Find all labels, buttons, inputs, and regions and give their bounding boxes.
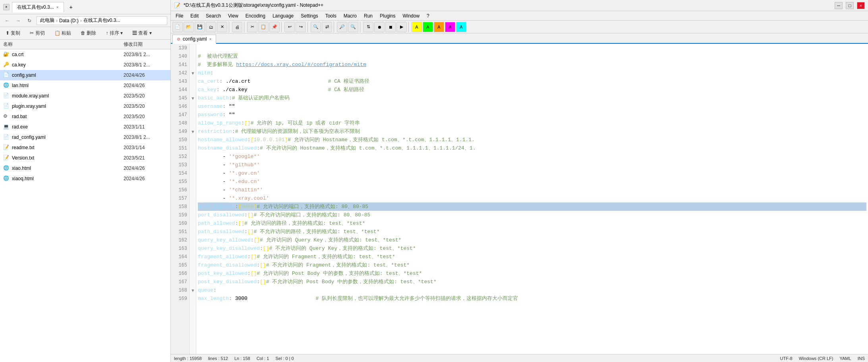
cut-btn[interactable]: ✂ 剪切: [27, 29, 47, 37]
nav-back-btn[interactable]: ←: [3, 17, 11, 25]
code-line[interactable]: query_key_disallowed: [] # 不允许访问的 Query …: [198, 244, 866, 253]
tb-replace[interactable]: ⇄: [322, 22, 332, 32]
code-line[interactable]: post_key_allowed: [] # 允许访问的 Post Body 中…: [198, 269, 866, 278]
tb-undo[interactable]: ↩: [284, 22, 295, 32]
browser-close-btn[interactable]: ×: [3, 4, 10, 10]
tb-zoomin[interactable]: 🔎: [337, 22, 347, 32]
file-item[interactable]: 📄 module.xray.yaml 2023/5/20: [0, 91, 170, 101]
code-line[interactable]: hostname_allowed: [10.0.0.101] # 允许访问的 H…: [198, 136, 866, 144]
file-item[interactable]: 🔐 ca.crt 2023/8/1 2...: [0, 49, 170, 60]
code-line[interactable]: password: "": [198, 111, 866, 119]
menu-file[interactable]: File: [172, 12, 186, 19]
copy-btn[interactable]: ⬆ 复制: [3, 29, 23, 37]
file-item[interactable]: 🌐 xiaoq.html 2024/4/26: [0, 173, 170, 184]
tb-macro-rec[interactable]: ⏺: [374, 22, 385, 32]
code-line[interactable]: username: "": [198, 102, 866, 111]
menu-view[interactable]: View: [225, 12, 242, 19]
code-line[interactable]: queue:: [198, 286, 866, 294]
code-line[interactable]: - '*google*': [198, 152, 866, 161]
code-line[interactable]: mitm:: [198, 69, 866, 77]
code-line[interactable]: hostname_disallowed: # 不允许访问的 Hostname，支…: [198, 144, 866, 152]
tb-color4[interactable]: A: [445, 22, 455, 32]
code-line[interactable]: allow_ip_range: [] # 允许的 ip, 可以是 ip 或者 c…: [198, 119, 866, 127]
tb-color2[interactable]: A: [423, 22, 433, 32]
menu-settings[interactable]: Settings: [298, 12, 321, 19]
tb-color3[interactable]: A: [434, 22, 444, 32]
menu-plugins[interactable]: Plugins: [377, 12, 398, 19]
fold-marker[interactable]: ▼: [190, 94, 196, 102]
file-item[interactable]: 🌐 xiao.html 2024/4/26: [0, 163, 170, 173]
file-item[interactable]: 📝 readme.txt 2023/1/14: [0, 142, 170, 153]
code-line[interactable]: # 被动代理配置: [198, 52, 866, 60]
code-line[interactable]: port_allowed: [8080] # 允许访问的端口，支持的格式如: 8…: [198, 202, 866, 211]
tab-config-yaml[interactable]: ⚙ config.yaml ×: [172, 35, 216, 44]
browser-tab-close-btn[interactable]: ×: [56, 5, 59, 10]
file-item[interactable]: 📝 Version.txt 2023/5/21: [0, 153, 170, 163]
tb-open[interactable]: 📂: [184, 22, 194, 32]
tb-cut[interactable]: ✂: [247, 22, 257, 32]
fold-marker[interactable]: ▼: [190, 286, 196, 294]
tb-saveall[interactable]: 🗂: [206, 22, 216, 32]
col-name-header[interactable]: 名称: [3, 41, 124, 48]
code-line[interactable]: fragment_disallowed: [] # 不允许访问的 Fragmen…: [198, 261, 866, 269]
file-item[interactable]: 📄 rad_config.yaml 2023/8/1 2...: [0, 132, 170, 142]
tb-color5[interactable]: A: [456, 22, 466, 32]
npp-minimize-btn[interactable]: ─: [835, 2, 843, 9]
address-path[interactable]: 此电脑 › Data (D:) › 在线工具包v0.3...: [37, 16, 167, 25]
code-line[interactable]: - '*.edu.cn': [198, 177, 866, 186]
code-line[interactable]: - '*chaitin*': [198, 186, 866, 194]
file-item[interactable]: ⚙ rad.bat 2023/5/20: [0, 111, 170, 122]
code-line[interactable]: path_allowed: [] # 允许访问的路径，支持的格式如: test、…: [198, 219, 866, 228]
tab-close-btn[interactable]: ×: [209, 37, 212, 41]
nav-forward-btn[interactable]: →: [14, 17, 22, 25]
sort-btn[interactable]: ↑ 排序 ▾: [103, 29, 125, 37]
code-line[interactable]: post_key_disallowed: [] # 不允许访问的 Post Bo…: [198, 278, 866, 286]
view-btn[interactable]: ☰ 查看 ▾: [130, 29, 154, 37]
code-line[interactable]: - '*.gov.cn': [198, 169, 866, 177]
tb-macro-play[interactable]: ▶: [396, 22, 407, 32]
file-item[interactable]: 📄 config.yaml 2024/4/26: [0, 70, 170, 80]
browser-tab[interactable]: 在线工具包v0.3... ×: [12, 2, 64, 12]
file-item[interactable]: 💻 rad.exe 2023/1/11: [0, 122, 170, 132]
npp-maximize-btn[interactable]: □: [846, 2, 854, 9]
file-item[interactable]: 🌐 lan.html 2024/4/26: [0, 80, 170, 91]
code-line[interactable]: - '*.xray.cool': [198, 194, 866, 202]
tb-synch[interactable]: ⇅: [363, 22, 373, 32]
code-editor[interactable]: # 被动代理配置 # 更多解释见 https://docs.xray.cool/…: [196, 44, 868, 354]
tb-redo[interactable]: ↪: [296, 22, 306, 32]
tb-new[interactable]: 📄: [172, 22, 183, 32]
file-item[interactable]: 📄 plugin.xray.yaml 2023/5/20: [0, 101, 170, 111]
browser-new-tab-btn[interactable]: +: [66, 2, 76, 12]
tb-print[interactable]: 🖨: [232, 22, 242, 32]
menu-language[interactable]: Language: [269, 12, 297, 19]
tb-paste[interactable]: 📌: [269, 22, 280, 32]
tb-color1[interactable]: A: [412, 22, 422, 32]
code-line[interactable]: - '*github*': [198, 161, 866, 169]
tb-close[interactable]: ✕: [217, 22, 227, 32]
code-line[interactable]: fragment_allowed: [] # 允许访问的 Fragment，支持…: [198, 253, 866, 261]
code-line[interactable]: ca_cert: ./ca.crt # CA 根证书路径: [198, 77, 866, 86]
menu-encoding[interactable]: Encoding: [242, 12, 269, 19]
delete-btn[interactable]: 🗑 删除: [78, 29, 99, 37]
col-date-header[interactable]: 修改日期: [124, 41, 167, 48]
nav-refresh-btn[interactable]: ↻: [25, 17, 33, 25]
code-line[interactable]: query_key_allowed: [] # 允许访问的 Query Key，…: [198, 236, 866, 244]
menu-macro[interactable]: Macro: [340, 12, 360, 19]
code-line[interactable]: restriction: # 代理能够访问的资源限制，以下各项为空表示不限制: [198, 127, 866, 136]
file-item[interactable]: 🔑 ca.key 2023/8/1 2...: [0, 60, 170, 70]
fold-marker[interactable]: ▼: [190, 69, 196, 77]
code-line[interactable]: # 更多解释见 https://docs.xray.cool/#/configr…: [198, 60, 866, 69]
code-line[interactable]: ca_key: ./ca.key # CA 私钥路径: [198, 86, 866, 94]
menu-window[interactable]: Window: [399, 12, 423, 19]
tb-copy[interactable]: 📋: [258, 22, 269, 32]
code-line[interactable]: basic_auth: # 基础认证的用户名密码: [198, 94, 866, 102]
code-line[interactable]: path_disallowed: [] # 不允许访问的路径，支持的格式如: t…: [198, 228, 866, 236]
menu-tools[interactable]: Tools: [322, 12, 340, 19]
code-line[interactable]: port_disallowed: [] # 不允许访问的端口，支持的格式如: 8…: [198, 211, 866, 219]
menu-search[interactable]: Search: [203, 12, 224, 19]
tb-macro-stop[interactable]: ⏹: [385, 22, 396, 32]
npp-close-btn[interactable]: ×: [857, 2, 865, 9]
menu-run[interactable]: Run: [361, 12, 376, 19]
code-line[interactable]: [198, 44, 866, 52]
menu-edit[interactable]: Edit: [187, 12, 202, 19]
